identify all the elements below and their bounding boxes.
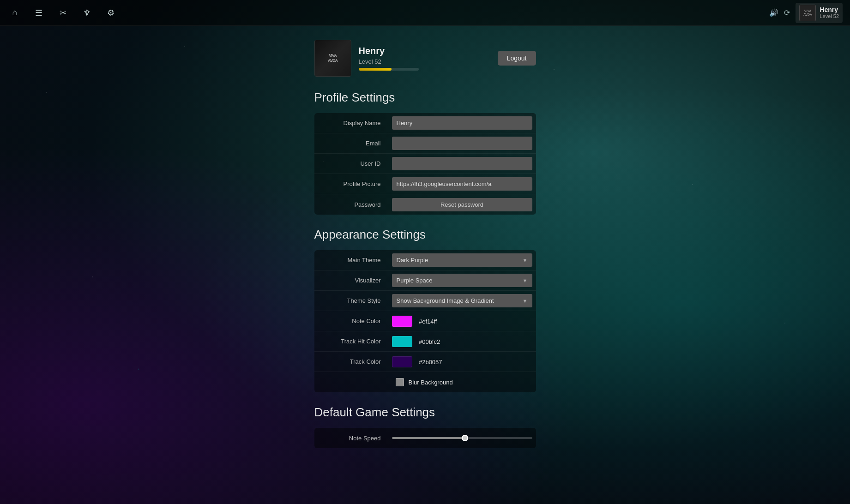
track-color-value: #2b0057 — [419, 358, 442, 365]
top-navigation: ⌂ ☰ ✂ ♆ ⚙ 🔊 ⟳ VIVAAVDA Henry Level 52 — [0, 0, 850, 26]
blur-background-checkbox[interactable] — [396, 378, 404, 386]
note-speed-row: Note Speed — [314, 428, 536, 448]
blur-background-control: Blur Background — [388, 372, 536, 392]
menu-icon[interactable]: ☰ — [31, 6, 46, 20]
visualizer-select-wrap: Purple Space Galaxy Neon Stars ▼ — [392, 274, 532, 287]
blur-background-checkbox-row: Blur Background — [392, 374, 532, 390]
note-color-row: Note Color #ef14ff — [314, 311, 536, 331]
home-icon[interactable]: ⌂ — [7, 6, 22, 20]
theme-style-row: Theme Style Show Background Image & Grad… — [314, 291, 536, 311]
userid-input[interactable] — [392, 157, 532, 170]
xp-bar-fill — [359, 68, 392, 71]
nav-user-level: Level 52 — [820, 13, 839, 19]
note-speed-slider[interactable] — [392, 437, 532, 439]
nav-right: 🔊 ⟳ VIVAAVDA Henry Level 52 — [769, 3, 843, 23]
display-name-label: Display Name — [314, 120, 388, 126]
main-theme-select-wrap: Dark Purple Dark Blue Dark Red Dark Gree… — [392, 253, 532, 267]
track-hit-color-preview[interactable] — [392, 336, 412, 347]
theme-style-select[interactable]: Show Background Image & Gradient Solid C… — [392, 294, 532, 307]
tools-icon[interactable]: ✂ — [55, 6, 70, 20]
reset-password-button[interactable]: Reset password — [392, 198, 532, 211]
game-settings-table: Note Speed — [314, 428, 536, 448]
refresh-icon[interactable]: ⟳ — [784, 8, 790, 17]
note-speed-slider-row — [392, 437, 532, 439]
blur-background-row: Blur Background — [314, 372, 536, 392]
profile-picture-input[interactable] — [392, 177, 532, 191]
avatar-art: VIVAAVDA — [315, 40, 351, 76]
game-settings-title: Default Game Settings — [314, 405, 536, 420]
main-theme-select[interactable]: Dark Purple Dark Blue Dark Red Dark Gree… — [392, 253, 532, 267]
trophy-icon[interactable]: ♆ — [79, 6, 94, 20]
note-color-preview[interactable] — [392, 316, 412, 327]
user-badge[interactable]: VIVAAVDA Henry Level 52 — [796, 3, 843, 23]
track-hit-color-value: #00bfc2 — [419, 338, 440, 345]
email-input[interactable] — [392, 137, 532, 150]
track-color-control: #2b0057 — [388, 354, 536, 370]
main-theme-label: Main Theme — [314, 257, 388, 264]
email-row: Email — [314, 133, 536, 154]
appearance-settings-title: Appearance Settings — [314, 228, 536, 242]
display-name-row: Display Name — [314, 113, 536, 133]
visualizer-row: Visualizer Purple Space Galaxy Neon Star… — [314, 270, 536, 291]
profile-avatar: VIVAAVDA — [314, 40, 351, 77]
appearance-settings-table: Main Theme Dark Purple Dark Blue Dark Re… — [314, 250, 536, 392]
profile-card: VIVAAVDA Henry Level 52 Logout — [314, 40, 536, 77]
note-color-control: #ef14ff — [388, 313, 536, 329]
display-name-input[interactable] — [392, 116, 532, 130]
nav-username: Henry — [820, 6, 839, 14]
logout-button[interactable]: Logout — [498, 51, 536, 66]
note-speed-control — [388, 435, 536, 441]
nav-utility-icons: 🔊 ⟳ — [769, 8, 790, 17]
display-name-control — [388, 114, 536, 132]
profile-picture-label: Profile Picture — [314, 180, 388, 187]
user-info: Henry Level 52 — [820, 6, 839, 20]
theme-style-label: Theme Style — [314, 297, 388, 304]
track-color-label: Track Color — [314, 358, 388, 365]
profile-picture-control — [388, 175, 536, 193]
content-column: VIVAAVDA Henry Level 52 Logout Profile S… — [314, 26, 536, 504]
profile-settings-title: Profile Settings — [314, 90, 536, 105]
main-content: VIVAAVDA Henry Level 52 Logout Profile S… — [0, 26, 850, 504]
userid-control — [388, 155, 536, 173]
userid-label: User ID — [314, 160, 388, 167]
theme-style-control: Show Background Image & Gradient Solid C… — [388, 292, 536, 310]
main-theme-row: Main Theme Dark Purple Dark Blue Dark Re… — [314, 250, 536, 270]
note-color-value: #ef14ff — [419, 318, 437, 324]
note-speed-label: Note Speed — [314, 435, 388, 442]
theme-style-select-wrap: Show Background Image & Gradient Solid C… — [392, 294, 532, 307]
password-label: Password — [314, 201, 388, 208]
sound-icon[interactable]: 🔊 — [769, 8, 778, 17]
email-label: Email — [314, 140, 388, 147]
visualizer-select[interactable]: Purple Space Galaxy Neon Stars — [392, 274, 532, 287]
note-speed-thumb[interactable] — [462, 435, 468, 441]
track-color-row: Track Color #2b0057 — [314, 352, 536, 372]
main-theme-control: Dark Purple Dark Blue Dark Red Dark Gree… — [388, 251, 536, 269]
avatar: VIVAAVDA — [799, 5, 816, 21]
visualizer-label: Visualizer — [314, 277, 388, 284]
profile-level: Level 52 — [359, 58, 490, 65]
profile-info: Henry Level 52 — [359, 46, 490, 71]
note-color-label: Note Color — [314, 318, 388, 324]
userid-row: User ID — [314, 154, 536, 174]
track-hit-color-control: #00bfc2 — [388, 334, 536, 349]
visualizer-control: Purple Space Galaxy Neon Stars ▼ — [388, 271, 536, 289]
track-hit-color-label: Track Hit Color — [314, 338, 388, 345]
profile-name: Henry — [359, 46, 490, 56]
password-control: Reset password — [388, 196, 536, 214]
password-row: Password Reset password — [314, 194, 536, 215]
xp-bar — [359, 68, 419, 71]
settings-icon[interactable]: ⚙ — [103, 6, 118, 20]
track-hit-color-row: Track Hit Color #00bfc2 — [314, 331, 536, 352]
nav-left-icons: ⌂ ☰ ✂ ♆ ⚙ — [7, 6, 118, 20]
blur-background-label: Blur Background — [409, 379, 453, 386]
profile-settings-table: Display Name Email User ID — [314, 113, 536, 215]
email-control — [388, 134, 536, 152]
profile-picture-row: Profile Picture — [314, 174, 536, 194]
track-color-preview[interactable] — [392, 356, 412, 367]
